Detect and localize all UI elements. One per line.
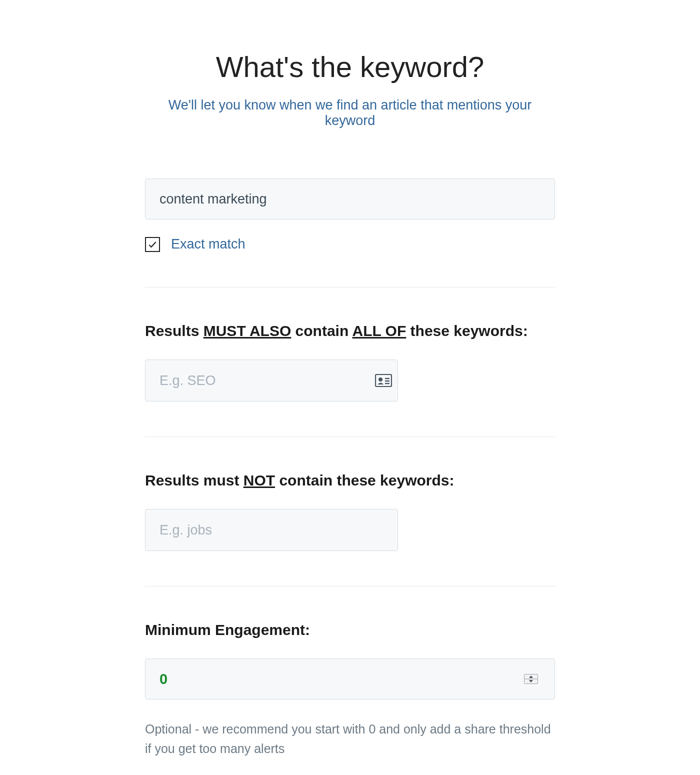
text-fragment: contain these keywords: (275, 472, 454, 488)
page-title: What's the keyword? (145, 50, 555, 84)
min-engagement-input[interactable] (145, 658, 555, 700)
must-not-heading: Results must NOT contain these keywords: (145, 472, 555, 489)
text-fragment: ALL OF (352, 322, 406, 339)
must-also-field (145, 360, 398, 402)
min-engagement-heading: Minimum Engagement: (145, 622, 555, 638)
text-fragment: these keywords: (406, 322, 528, 339)
divider (145, 287, 555, 288)
text-fragment: MUST ALSO (204, 322, 292, 339)
min-engagement-field (145, 658, 555, 700)
text-fragment: contain (291, 322, 352, 339)
page-subtitle: We'll let you know when we find an artic… (145, 98, 555, 128)
text-fragment: NOT (244, 472, 275, 488)
must-also-heading: Results MUST ALSO contain ALL OF these k… (145, 322, 555, 340)
keyword-input[interactable] (145, 178, 555, 220)
text-fragment: Results (145, 322, 204, 339)
check-icon (148, 240, 158, 250)
text-fragment: Results must (145, 472, 244, 488)
exact-match-row: Exact match (145, 236, 555, 252)
divider (145, 436, 555, 437)
exact-match-label: Exact match (171, 236, 246, 252)
must-also-input[interactable] (145, 360, 398, 402)
divider (145, 586, 555, 586)
exact-match-checkbox[interactable] (145, 237, 160, 252)
keyword-form: What's the keyword? We'll let you know w… (75, 0, 625, 775)
must-not-input[interactable] (145, 509, 398, 551)
min-engagement-helper: Optional - we recommend you start with 0… (145, 720, 555, 758)
must-not-field (145, 509, 398, 551)
